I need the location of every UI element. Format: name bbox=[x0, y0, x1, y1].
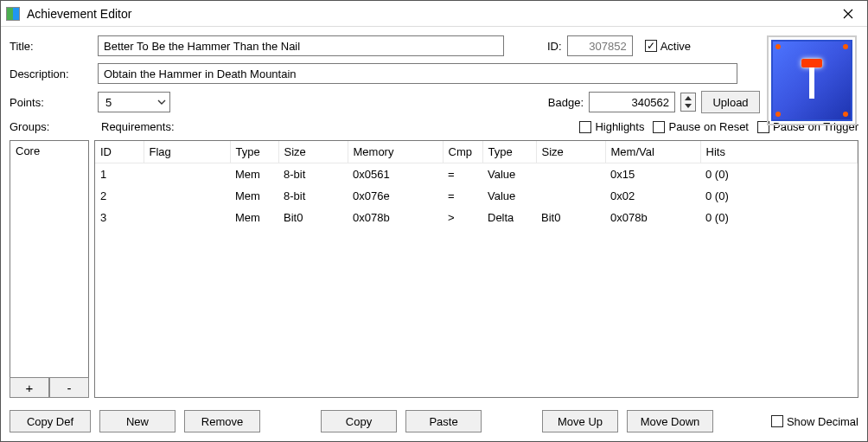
points-select[interactable]: 5 bbox=[98, 92, 170, 112]
active-checkbox[interactable]: Active bbox=[645, 40, 691, 53]
remove-group-button[interactable]: - bbox=[49, 377, 89, 398]
col-memval[interactable]: Mem/Val bbox=[605, 141, 700, 163]
moveup-button[interactable]: Move Up bbox=[542, 410, 618, 432]
requirements-grid[interactable]: ID Flag Type Size Memory Cmp Type Size M… bbox=[94, 140, 858, 398]
cell-type2[interactable]: Delta bbox=[482, 207, 536, 228]
show-decimal-checkbox[interactable]: Show Decimal bbox=[771, 415, 858, 428]
check-icon bbox=[645, 40, 657, 52]
table-row[interactable]: 3MemBit00x078b>DeltaBit00x078b0 (0) bbox=[95, 207, 858, 228]
description-label: Description: bbox=[10, 67, 93, 80]
paste-button[interactable]: Paste bbox=[405, 410, 482, 432]
chevron-down-icon bbox=[157, 98, 166, 106]
app-icon bbox=[6, 7, 20, 21]
groups-list[interactable]: Core bbox=[10, 140, 89, 377]
check-icon bbox=[579, 121, 591, 133]
col-type2[interactable]: Type bbox=[482, 141, 536, 163]
window-title: Achievement Editor bbox=[27, 7, 131, 21]
cell-flag[interactable] bbox=[144, 207, 230, 228]
spin-down-icon[interactable] bbox=[681, 102, 695, 111]
cell-cmp[interactable]: = bbox=[443, 163, 482, 186]
close-button[interactable] bbox=[829, 1, 867, 26]
cell-memory[interactable]: 0x078b bbox=[348, 207, 443, 228]
cell-memory[interactable]: 0x076e bbox=[348, 185, 443, 207]
pause-reset-checkbox[interactable]: Pause on Reset bbox=[653, 120, 749, 133]
header-row: ID Flag Type Size Memory Cmp Type Size M… bbox=[95, 141, 858, 163]
close-icon bbox=[843, 9, 853, 19]
col-cmp[interactable]: Cmp bbox=[443, 141, 482, 163]
col-flag[interactable]: Flag bbox=[144, 141, 230, 163]
points-value: 5 bbox=[105, 96, 112, 109]
cell-id[interactable]: 2 bbox=[95, 185, 144, 207]
cell-memval[interactable]: 0x078b bbox=[605, 207, 700, 228]
new-button[interactable]: New bbox=[99, 410, 176, 432]
col-size1[interactable]: Size bbox=[278, 141, 348, 163]
groups-label: Groups: bbox=[10, 120, 93, 133]
badge-image bbox=[771, 40, 852, 121]
footer-row: Copy Def New Remove Copy Paste Move Up M… bbox=[10, 410, 858, 432]
cell-type2[interactable]: Value bbox=[482, 185, 536, 207]
cell-hits[interactable]: 0 (0) bbox=[700, 207, 858, 228]
cell-memory[interactable]: 0x0561 bbox=[348, 163, 443, 186]
col-hits[interactable]: Hits bbox=[700, 141, 858, 163]
col-id[interactable]: ID bbox=[95, 141, 144, 163]
highlights-label: Highlights bbox=[595, 120, 644, 133]
id-label: ID: bbox=[547, 40, 562, 53]
title-input[interactable] bbox=[98, 35, 504, 56]
points-row: Points: 5 Badge: Upload bbox=[10, 91, 858, 113]
badge-label: Badge: bbox=[548, 96, 584, 109]
cell-size1[interactable]: Bit0 bbox=[278, 207, 348, 228]
description-input[interactable] bbox=[98, 63, 737, 84]
cell-flag[interactable] bbox=[144, 185, 230, 207]
cell-id[interactable]: 1 bbox=[95, 163, 144, 186]
upload-button[interactable]: Upload bbox=[701, 91, 760, 113]
table-row[interactable]: 2Mem8-bit0x076e=Value0x020 (0) bbox=[95, 185, 858, 207]
cell-type1[interactable]: Mem bbox=[230, 163, 278, 186]
col-size2[interactable]: Size bbox=[536, 141, 605, 163]
cell-size2[interactable] bbox=[536, 163, 605, 186]
midrow: Groups: Requirements: Highlights Pause o… bbox=[10, 120, 858, 133]
requirements-panel: ID Flag Type Size Memory Cmp Type Size M… bbox=[94, 140, 858, 398]
badge-image-frame bbox=[767, 35, 857, 125]
check-icon bbox=[653, 121, 665, 133]
group-item[interactable]: Core bbox=[10, 141, 88, 161]
copy-button[interactable]: Copy bbox=[321, 410, 397, 432]
pause-reset-label: Pause on Reset bbox=[668, 120, 749, 133]
table-row[interactable]: 1Mem8-bit0x0561=Value0x150 (0) bbox=[95, 163, 858, 186]
badge-input[interactable] bbox=[589, 92, 675, 112]
remove-button[interactable]: Remove bbox=[184, 410, 260, 432]
highlights-checkbox[interactable]: Highlights bbox=[579, 120, 644, 133]
cell-size2[interactable] bbox=[536, 185, 605, 207]
cell-size2[interactable]: Bit0 bbox=[536, 207, 605, 228]
add-group-button[interactable]: + bbox=[10, 377, 49, 398]
cell-cmp[interactable]: > bbox=[443, 207, 482, 228]
cell-memval[interactable]: 0x02 bbox=[605, 185, 700, 207]
cell-hits[interactable]: 0 (0) bbox=[700, 163, 858, 186]
active-label: Active bbox=[661, 40, 691, 53]
copydef-button[interactable]: Copy Def bbox=[10, 410, 91, 432]
col-memory[interactable]: Memory bbox=[348, 141, 443, 163]
title-label: Title: bbox=[10, 40, 93, 53]
cell-hits[interactable]: 0 (0) bbox=[700, 185, 858, 207]
id-field bbox=[567, 35, 633, 56]
badge-spinner[interactable] bbox=[680, 93, 696, 112]
hammer-icon bbox=[801, 59, 822, 99]
window-frame: Achievement Editor Title: ID: Active Des… bbox=[0, 0, 868, 442]
points-label: Points: bbox=[10, 96, 93, 109]
show-decimal-label: Show Decimal bbox=[787, 415, 858, 428]
cell-type1[interactable]: Mem bbox=[230, 207, 278, 228]
cell-size1[interactable]: 8-bit bbox=[278, 185, 348, 207]
cell-size1[interactable]: 8-bit bbox=[278, 163, 348, 186]
movedown-button[interactable]: Move Down bbox=[627, 410, 713, 432]
col-type1[interactable]: Type bbox=[230, 141, 278, 163]
cell-cmp[interactable]: = bbox=[443, 185, 482, 207]
check-icon bbox=[771, 415, 783, 427]
content-area: Title: ID: Active Description: Points: 5… bbox=[1, 27, 867, 441]
description-row: Description: bbox=[10, 63, 858, 84]
cell-flag[interactable] bbox=[144, 163, 230, 186]
cell-memval[interactable]: 0x15 bbox=[605, 163, 700, 186]
spin-up-icon[interactable] bbox=[681, 93, 695, 102]
cell-type2[interactable]: Value bbox=[482, 163, 536, 186]
requirements-label: Requirements: bbox=[101, 120, 175, 133]
cell-id[interactable]: 3 bbox=[95, 207, 144, 228]
cell-type1[interactable]: Mem bbox=[230, 185, 278, 207]
